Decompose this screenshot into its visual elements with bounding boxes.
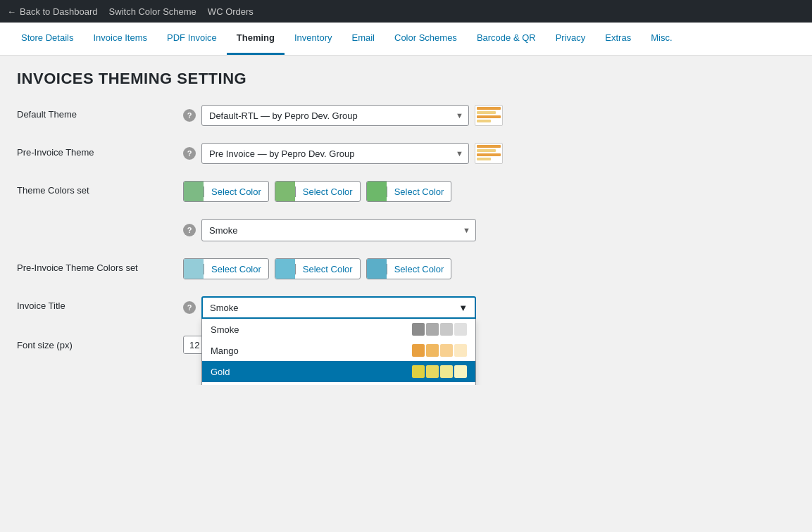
switch-color-scheme[interactable]: Switch Color Scheme — [109, 6, 196, 17]
palette-smoke-1 — [412, 323, 425, 336]
pre-invoice-colors-label: Pre-Invoice Theme Colors set — [17, 258, 172, 273]
tab-barcode-qr[interactable]: Barcode & QR — [467, 23, 546, 55]
theme-color-btn-3[interactable]: Select Color — [366, 181, 452, 202]
tab-inventory[interactable]: Inventory — [285, 23, 342, 55]
dropdown-item-grass[interactable]: Grass — [202, 382, 475, 385]
palette-mango-1 — [412, 344, 425, 357]
theme-scheme-control: ? Smoke Mango Gold Grass Sea Peach ▼ — [183, 219, 758, 241]
back-label: Back to Dashboard — [20, 6, 98, 17]
theme-color-label-1: Select Color — [204, 186, 268, 197]
back-arrow-icon: ← — [7, 6, 16, 17]
theme-color-label-2: Select Color — [295, 186, 360, 197]
pre-invoice-theme-select-wrap: Pre Invoice — by Pepro Dev. Group ▼ — [201, 143, 469, 164]
default-theme-thumbnail — [475, 105, 503, 126]
invoice-title-dropdown: Smoke ▼ Smoke — [201, 296, 476, 319]
tab-pdf-invoice[interactable]: PDF Invoice — [157, 23, 227, 55]
theme-colors-label: Theme Colors set — [17, 181, 172, 196]
wc-orders[interactable]: WC Orders — [208, 6, 254, 17]
theme-color-label-3: Select Color — [387, 186, 451, 197]
default-theme-help[interactable]: ? — [183, 109, 196, 122]
invoice-title-value: Smoke — [210, 303, 238, 313]
palette-mango-2 — [426, 344, 439, 357]
theme-color-swatch-1 — [184, 181, 204, 202]
palette-mango-4 — [454, 344, 467, 357]
pre-invoice-colors-control: Select Color Select Color Select Color — [183, 258, 758, 279]
top-bar: ← Back to Dashboard Switch Color Scheme … — [0, 0, 812, 23]
dropdown-item-gold[interactable]: Gold — [202, 361, 475, 382]
default-theme-select-wrap: Default-RTL — by Pepro Dev. Group Defaul… — [201, 105, 469, 126]
palette-mango-3 — [440, 344, 453, 357]
palette-gold-3 — [440, 365, 453, 378]
palette-gold-4 — [454, 365, 467, 378]
theme-scheme-select-wrap: Smoke Mango Gold Grass Sea Peach ▼ — [201, 219, 476, 241]
dropdown-label-smoke: Smoke — [211, 324, 239, 335]
default-theme-row: Default Theme ? Default-RTL — by Pepro D… — [17, 105, 758, 126]
palette-smoke-2 — [426, 323, 439, 336]
theme-scheme-label — [17, 219, 172, 223]
font-size-label: Font size (px) — [17, 336, 172, 350]
pre-invoice-color-btn-3[interactable]: Select Color — [366, 258, 452, 279]
nav-tabs: Store Details Invoice Items PDF Invoice … — [0, 23, 812, 56]
invoice-title-help[interactable]: ? — [183, 301, 196, 314]
palette-smoke — [412, 323, 467, 336]
palette-gold-2 — [426, 365, 439, 378]
pre-invoice-color-btn-group: Select Color Select Color Select Color — [183, 258, 451, 279]
theme-colors-row: Theme Colors set Select Color Select Col… — [17, 181, 758, 202]
palette-gold-1 — [412, 365, 425, 378]
pre-invoice-theme-row: Pre-Invoice Theme ? Pre Invoice — by Pep… — [17, 143, 758, 164]
tab-privacy[interactable]: Privacy — [546, 23, 596, 55]
main-content: INVOICES THEMING SETTING Default Theme ?… — [0, 56, 775, 385]
switch-label: Switch Color Scheme — [109, 6, 196, 17]
theme-scheme-help[interactable]: ? — [183, 224, 196, 236]
back-to-dashboard[interactable]: ← Back to Dashboard — [7, 6, 98, 17]
tab-invoice-items[interactable]: Invoice Items — [83, 23, 157, 55]
invoice-title-row: Invoice Title ? Smoke ▼ Smoke — [17, 296, 758, 319]
invoice-title-dropdown-list: Smoke Mango — [201, 319, 476, 385]
theme-color-btn-1[interactable]: Select Color — [183, 181, 269, 202]
tab-email[interactable]: Email — [342, 23, 385, 55]
invoice-title-control: ? Smoke ▼ Smoke — [183, 296, 758, 319]
orders-label: WC Orders — [208, 6, 254, 17]
invoice-title-label: Invoice Title — [17, 296, 172, 311]
invoice-title-arrow-icon: ▼ — [458, 303, 468, 313]
palette-smoke-3 — [440, 323, 453, 336]
pre-invoice-color-swatch-3 — [367, 258, 387, 279]
palette-smoke-4 — [454, 323, 467, 336]
tab-extras[interactable]: Extras — [595, 23, 641, 55]
invoice-title-trigger[interactable]: Smoke ▼ — [201, 296, 476, 319]
pre-invoice-theme-control: ? Pre Invoice — by Pepro Dev. Group ▼ — [183, 143, 758, 164]
pre-invoice-color-btn-2[interactable]: Select Color — [275, 258, 361, 279]
dropdown-label-mango: Mango — [211, 346, 239, 356]
palette-mango — [412, 344, 467, 357]
dropdown-label-gold: Gold — [211, 367, 230, 377]
pre-invoice-colors-row: Pre-Invoice Theme Colors set Select Colo… — [17, 258, 758, 279]
theme-colors-control: Select Color Select Color Select Color — [183, 181, 758, 202]
pre-invoice-theme-select[interactable]: Pre Invoice — by Pepro Dev. Group — [201, 143, 469, 164]
pre-invoice-color-swatch-2 — [275, 258, 295, 279]
theme-color-btn-2[interactable]: Select Color — [275, 181, 361, 202]
pre-invoice-color-btn-1[interactable]: Select Color — [183, 258, 269, 279]
pre-invoice-color-swatch-1 — [184, 258, 204, 279]
theme-color-swatch-3 — [367, 181, 387, 202]
default-theme-control: ? Default-RTL — by Pepro Dev. Group Defa… — [183, 105, 758, 126]
theme-color-swatch-2 — [275, 181, 295, 202]
pre-invoice-color-label-2: Select Color — [295, 264, 360, 274]
theme-scheme-select[interactable]: Smoke Mango Gold Grass Sea Peach — [201, 219, 476, 241]
tab-theming[interactable]: Theming — [227, 23, 285, 55]
theme-color-btn-group: Select Color Select Color Select Color — [183, 181, 451, 202]
tab-misc[interactable]: Misc. — [641, 23, 682, 55]
pre-invoice-color-label-1: Select Color — [204, 264, 268, 274]
pre-invoice-theme-help[interactable]: ? — [183, 147, 196, 160]
pre-invoice-color-label-3: Select Color — [387, 264, 451, 274]
page-title: INVOICES THEMING SETTING — [17, 70, 758, 88]
pre-invoice-theme-label: Pre-Invoice Theme — [17, 143, 172, 158]
tab-color-schemes[interactable]: Color Schemes — [385, 23, 467, 55]
tab-store-details[interactable]: Store Details — [11, 23, 83, 55]
dropdown-item-mango[interactable]: Mango — [202, 340, 475, 361]
default-theme-label: Default Theme — [17, 105, 172, 120]
default-theme-select[interactable]: Default-RTL — by Pepro Dev. Group Defaul… — [201, 105, 469, 126]
theme-scheme-row: ? Smoke Mango Gold Grass Sea Peach ▼ — [17, 219, 758, 241]
dropdown-item-smoke[interactable]: Smoke — [202, 319, 475, 340]
pre-invoice-theme-thumbnail — [475, 143, 503, 164]
palette-gold — [412, 365, 467, 378]
